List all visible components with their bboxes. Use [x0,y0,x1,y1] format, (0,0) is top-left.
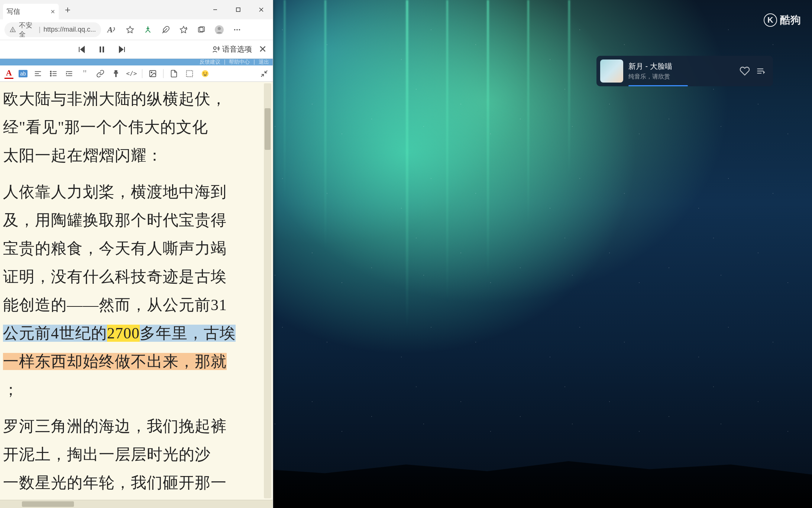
svg-rect-23 [100,46,101,52]
svg-point-8 [13,30,13,31]
document-area: 欧大陆与非洲大陆的纵横起伏， 经"看见"那一个个伟大的文化 太阳一起在熠熠闪耀：… [0,82,273,500]
quote-icon[interactable]: " [80,68,90,79]
music-progress[interactable] [628,85,688,86]
favorites-icon[interactable] [175,22,192,38]
doc-line: 及，用陶罐换取那个时代宝贵得 [3,208,264,233]
url-box[interactable]: 不安全 | https://mail.qq.c... [4,22,101,37]
tab-close-icon[interactable]: × [51,7,55,16]
pause-button[interactable] [97,44,107,55]
highlight-icon[interactable]: ab [19,70,28,77]
window-minimize-button[interactable] [204,1,227,18]
voice-options-label: 语音选项 [222,44,252,54]
collections-icon[interactable] [193,22,210,38]
favorite-star-icon[interactable] [122,22,138,38]
new-tab-button[interactable]: + [61,3,74,16]
hscrollbar-thumb[interactable] [22,501,74,507]
doc-line: 能创造的——然而，从公元前31 [3,292,264,318]
url-text: https://mail.qq.c... [43,26,96,33]
vertical-scrollbar[interactable] [264,83,271,498]
page-header-remnant: 反馈建议 | 帮助中心 | 退出 [0,59,273,65]
browser-tab[interactable]: 写信 × [3,4,59,19]
svg-point-31 [50,71,51,72]
favorite-icon[interactable] [740,66,750,76]
read-aloud-bar: 语音选项 ✕ [0,40,273,59]
profile-icon[interactable] [211,22,227,38]
voice-options-button[interactable]: 语音选项 [212,44,252,54]
editor-toolbar: A ab " </> [0,65,273,82]
insecure-label: 不安全 [19,21,36,39]
doc-line: 罗河三角洲的海边，我们挽起裤 [3,414,264,439]
svg-rect-45 [187,70,193,77]
playlist-icon[interactable] [756,66,766,76]
svg-rect-42 [115,74,117,77]
list-icon[interactable] [48,68,59,79]
horizontal-scrollbar[interactable] [0,500,273,508]
indent-icon[interactable] [64,68,74,79]
doc-line: 公元前4世纪的2700多年里，古埃 [3,321,264,346]
music-subtitle: 纯音乐，请欣赏 [628,73,734,81]
warning-icon [10,26,16,33]
next-button[interactable] [117,44,127,55]
doc-line: 一数星光的年轮，我们砸开那一 [3,470,264,495]
doc-line: 证明，没有什么科技奇迹是古埃 [3,264,264,289]
album-art [600,60,623,83]
svg-line-50 [261,74,263,76]
doc-line: 一样东西却始终做不出来，那就 [3,349,264,374]
doc-line: 太阳一起在熠熠闪耀： [3,143,264,168]
window-close-button[interactable] [250,1,273,18]
doc-line: 宝贵的粮食，今天有人嘶声力竭 [3,236,264,261]
svg-point-20 [239,29,240,30]
tab-bar: 写信 × + [0,0,273,19]
svg-point-32 [50,73,51,74]
image-icon[interactable] [148,68,158,79]
svg-point-48 [206,72,207,73]
music-info: 新月 - 大脸喵 纯音乐，请欣赏 [628,61,734,81]
voice-icon [212,45,220,54]
music-player-widget[interactable]: 新月 - 大脸喵 纯音乐，请欣赏 [596,56,773,86]
feedback-link[interactable]: 反馈建议 [200,59,220,65]
screenshot-icon[interactable] [184,68,195,79]
collapse-icon[interactable] [260,70,268,78]
document-text[interactable]: 欧大陆与非洲大陆的纵横起伏， 经"看见"那一个个伟大的文化 太阳一起在熠熠闪耀：… [0,82,273,500]
svg-rect-4 [236,8,240,12]
scrollbar-thumb[interactable] [265,108,271,150]
previous-button[interactable] [77,44,87,55]
help-link[interactable]: 帮助中心 [229,59,250,65]
svg-marker-9 [127,26,133,32]
svg-point-19 [236,29,238,30]
readaloud-close-icon[interactable]: ✕ [259,44,267,55]
align-icon[interactable] [33,68,43,79]
address-bar: 不安全 | https://mail.qq.c... A》 [0,19,273,40]
svg-marker-21 [81,46,84,52]
svg-point-18 [234,29,236,30]
link-icon[interactable] [95,68,106,79]
document-icon[interactable] [169,68,179,79]
tab-title: 写信 [7,7,20,16]
svg-line-10 [162,28,167,33]
browser-window: 写信 × + 不安全 | https://mail.qq.c... A》 [0,0,273,508]
logout-link[interactable]: 退出 [259,59,269,65]
window-maximize-button[interactable] [227,1,250,18]
extension-tree-icon[interactable] [140,22,156,38]
format-brush-icon[interactable] [111,68,121,79]
svg-point-44 [151,72,152,73]
doc-line: ； [3,377,264,402]
svg-point-33 [50,75,51,76]
font-color-icon[interactable]: A [4,68,13,79]
code-icon[interactable]: </> [126,68,137,79]
svg-point-27 [214,46,216,49]
svg-rect-40 [114,70,117,72]
doc-line: 开泥土，掏出一层层时光的沙 [3,442,264,467]
reader-mode-icon[interactable]: A》 [104,22,120,38]
svg-marker-11 [180,26,187,32]
svg-rect-41 [114,72,118,74]
svg-point-47 [203,72,204,73]
kugou-label: 酷狗 [780,13,801,27]
doc-line: 人依靠人力划桨，横渡地中海到 [3,179,264,205]
extensions-icon[interactable] [158,22,174,38]
svg-line-49 [265,70,267,73]
menu-icon[interactable] [229,22,245,38]
emoji-icon[interactable] [200,68,210,79]
svg-marker-25 [119,46,123,52]
svg-point-46 [202,70,208,77]
